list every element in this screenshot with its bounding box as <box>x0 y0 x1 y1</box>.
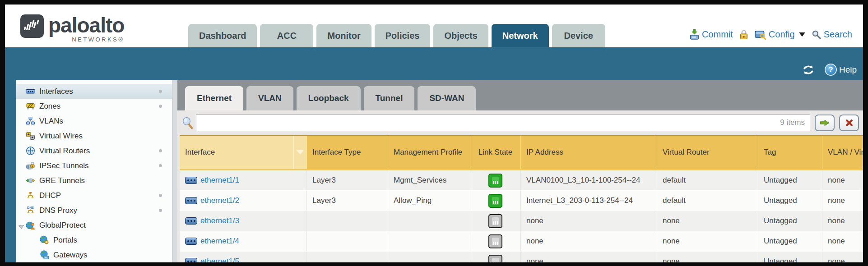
sidebar-item-label: DNS Proxy <box>39 206 77 215</box>
clear-filter-button[interactable] <box>839 115 859 131</box>
filter-input-wrap: 9 items <box>196 115 810 131</box>
sidebar-item-interfaces[interactable]: Interfaces <box>16 84 172 99</box>
sidebar-item-virtual-wires[interactable]: Virtual Wires <box>16 128 172 143</box>
expand-caret-icon[interactable] <box>18 223 24 232</box>
interface-link[interactable]: ethernet1/5 <box>185 257 239 262</box>
cell-management-profile: Allow_Ping <box>388 191 470 211</box>
left-edge-strip <box>5 80 16 262</box>
cell-tag: Untagged <box>758 191 822 211</box>
sidebar-item-ipsec-tunnels[interactable]: IPSec Tunnels <box>16 158 172 173</box>
column-header-ip-address[interactable]: IP Address <box>521 136 657 169</box>
tab-objects[interactable]: Objects <box>433 24 488 47</box>
help-button[interactable]: ? Help <box>825 64 857 76</box>
tab-vlan[interactable]: VLAN <box>246 86 293 110</box>
table-row[interactable]: ethernet1/2 Layer3 Allow_Ping Internet_L… <box>180 191 863 211</box>
tab-policies[interactable]: Policies <box>375 24 431 47</box>
filter-search-icon <box>182 117 193 129</box>
cell-virtual-router: none <box>657 211 758 231</box>
sort-dropdown[interactable] <box>293 136 306 169</box>
green-arrow-icon <box>820 119 830 126</box>
tab-ethernet[interactable]: Ethernet <box>185 86 243 110</box>
cell-interface-type: Layer3 <box>307 191 388 211</box>
tab-acc[interactable]: ACC <box>260 24 313 47</box>
column-header-interface[interactable]: Interface <box>180 136 307 169</box>
sidebar-item-globalprotect[interactable]: GlobalProtect <box>16 218 172 233</box>
sidebar-item-gateways[interactable]: Gateways <box>16 248 172 262</box>
red-x-icon <box>845 119 853 127</box>
interface-link[interactable]: ethernet1/1 <box>185 176 239 185</box>
sidebar-item-label: GlobalProtect <box>39 221 86 230</box>
sidebar-item-portals[interactable]: Portals <box>16 233 172 248</box>
sidebar-item-label: Virtual Wires <box>39 132 83 141</box>
main-content: Ethernet VLAN Loopback Tunnel SD-WAN 9 i… <box>177 80 863 262</box>
config-menu[interactable]: Config <box>755 29 805 40</box>
table-row[interactable]: ethernet1/3 none none Untagged none <box>180 211 863 231</box>
svg-text:DNS: DNS <box>27 206 34 209</box>
table-row[interactable]: ethernet1/1 Layer3 Mgmt_Services VLAN010… <box>180 170 863 191</box>
commit-button[interactable]: Commit <box>690 29 733 40</box>
interface-link[interactable]: ethernet1/2 <box>185 196 239 205</box>
secondary-bar: ? Help <box>5 47 863 80</box>
tab-monitor[interactable]: Monitor <box>316 24 371 47</box>
sidebar-scrollbar[interactable] <box>172 80 177 262</box>
sidebar-item-vlans[interactable]: VLANs <box>16 114 172 128</box>
sidebar-item-label: Zones <box>39 102 60 111</box>
vlans-icon <box>26 116 35 126</box>
tab-device[interactable]: Device <box>552 24 605 47</box>
portals-icon <box>40 235 49 245</box>
brand-name: paloalto <box>48 14 124 36</box>
interface-link[interactable]: ethernet1/3 <box>185 216 239 225</box>
cell-interface-type <box>307 252 388 262</box>
tab-dashboard[interactable]: Dashboard <box>188 24 257 47</box>
lock-button[interactable] <box>739 29 748 40</box>
filter-input[interactable] <box>196 115 810 131</box>
sidebar-item-virtual-routers[interactable]: Virtual Routers <box>16 143 172 158</box>
item-dot <box>159 209 162 212</box>
table-row[interactable]: ethernet1/5 none none Untagged none <box>180 252 863 262</box>
sidebar-item-label: IPSec Tunnels <box>39 161 89 170</box>
gateways-icon <box>40 250 49 260</box>
tab-sdwan[interactable]: SD-WAN <box>418 86 476 110</box>
cell-vlan-wire: none <box>822 252 863 262</box>
column-header-virtual-router[interactable]: Virtual Router <box>657 136 758 169</box>
link-state-down-icon <box>488 234 502 248</box>
cell-tag: Untagged <box>758 252 822 262</box>
item-dot <box>159 105 162 108</box>
interfaces-icon <box>26 87 35 96</box>
cell-virtual-router: none <box>657 252 758 262</box>
cell-virtual-router: default <box>657 191 758 211</box>
column-header-interface-type[interactable]: Interface Type <box>307 136 388 169</box>
refresh-icon <box>802 64 815 75</box>
cell-management-profile <box>388 252 470 262</box>
interface-link[interactable]: ethernet1/4 <box>185 237 239 246</box>
tab-tunnel[interactable]: Tunnel <box>364 86 415 110</box>
column-header-vlan-wire[interactable]: VLAN / Virtual Wire <box>822 136 863 169</box>
page-body: Interfaces Zones VLANs Vir <box>5 80 863 262</box>
search-button[interactable]: Search <box>812 29 852 40</box>
column-header-tag[interactable]: Tag <box>758 136 822 169</box>
firewall-web-ui: paloalto NETWORKS® Dashboard ACC Monitor… <box>5 5 863 262</box>
cell-tag: Untagged <box>758 211 822 231</box>
column-header-link-state[interactable]: Link State <box>470 136 521 169</box>
svg-text:IP: IP <box>29 191 32 195</box>
sidebar-item-label: Interfaces <box>39 87 73 96</box>
sort-arrow-icon <box>297 150 304 155</box>
ipsec-tunnels-icon <box>26 161 35 170</box>
apply-filter-button[interactable] <box>815 115 835 131</box>
refresh-button[interactable] <box>802 64 815 75</box>
tab-network[interactable]: Network <box>492 24 549 47</box>
cell-vlan-wire: none <box>822 170 863 190</box>
column-header-management-profile[interactable]: Management Profile <box>388 136 470 169</box>
cell-vlan-wire: none <box>822 191 863 211</box>
tab-loopback[interactable]: Loopback <box>297 86 361 110</box>
sidebar-item-gre-tunnels[interactable]: GRE Tunnels <box>16 173 172 188</box>
table-row[interactable]: ethernet1/4 none none Untagged none <box>180 231 863 252</box>
sidebar-item-label: Virtual Routers <box>39 147 90 156</box>
filter-row: 9 items <box>177 110 863 135</box>
virtual-routers-icon <box>26 146 35 156</box>
sidebar-item-dns-proxy[interactable]: DNS DNS Proxy <box>16 203 172 218</box>
sidebar-item-label: DHCP <box>39 191 61 200</box>
cell-management-profile <box>388 231 470 251</box>
sidebar-item-dhcp[interactable]: IP DHCP <box>16 188 172 203</box>
sidebar-item-zones[interactable]: Zones <box>16 99 172 114</box>
